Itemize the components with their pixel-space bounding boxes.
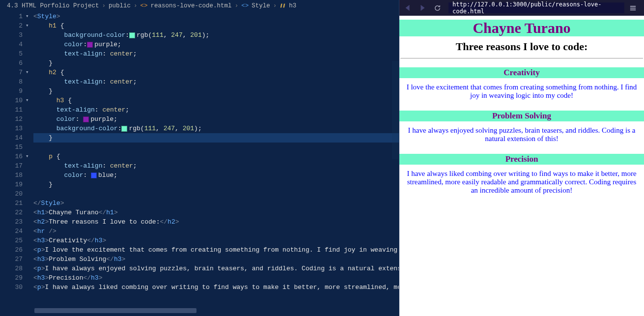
- url-bar[interactable]: http://127.0.0.1:3000/public/reasons-lov…: [448, 2, 624, 13]
- url-text: http://127.0.0.1:3000/public/reasons-lov…: [452, 1, 620, 15]
- chevron-right-icon: ›: [235, 2, 239, 9]
- scrollbar-thumb[interactable]: [34, 308, 196, 313]
- chevron-right-icon: ›: [102, 2, 106, 9]
- rendered-page: Chayne Turano Three reasons I love to co…: [399, 16, 644, 316]
- section-heading: Precision: [399, 154, 644, 165]
- chevron-right-icon: ›: [134, 2, 138, 9]
- horizontal-scrollbar[interactable]: [34, 308, 392, 313]
- code-content[interactable]: <Style> h1 { background-color: rgb(111, …: [33, 12, 399, 316]
- editor-pane: 4.3 HTML Porfolio Project › public › <> …: [0, 0, 399, 316]
- breadcrumb-root[interactable]: 4.3 HTML Porfolio Project: [7, 2, 99, 9]
- section-icon: <>: [241, 2, 249, 9]
- symbol-icon: [280, 2, 286, 9]
- forward-button[interactable]: [419, 4, 429, 11]
- menu-icon[interactable]: [629, 4, 639, 12]
- breadcrumb-symbol[interactable]: h3: [289, 2, 296, 9]
- line-number-gutter: 1234567891011121314151617181920212223242…: [0, 12, 26, 316]
- divider: [400, 58, 643, 58]
- breadcrumbs: 4.3 HTML Porfolio Project › public › <> …: [0, 0, 399, 12]
- back-button[interactable]: [404, 4, 414, 11]
- section-heading: Creativity: [399, 67, 644, 78]
- code-area[interactable]: 1234567891011121314151617181920212223242…: [0, 12, 399, 316]
- reload-button[interactable]: [434, 4, 444, 12]
- breadcrumb-folder[interactable]: public: [109, 2, 131, 9]
- minimap[interactable]: [392, 61, 399, 159]
- breadcrumb-section[interactable]: Style: [252, 2, 270, 9]
- html-file-icon: <>: [140, 2, 148, 9]
- section-paragraph: I love the excitement that comes from cr…: [403, 83, 640, 100]
- preview-toolbar: http://127.0.0.1:3000/public/reasons-lov…: [399, 0, 644, 16]
- preview-pane: http://127.0.0.1:3000/public/reasons-lov…: [399, 0, 644, 316]
- section-paragraph: I have always liked combing over writing…: [403, 170, 640, 195]
- section-heading: Problem Solving: [399, 111, 644, 121]
- page-h1: Chayne Turano: [399, 20, 644, 36]
- fold-column[interactable]: ▾▾▾▾▾: [26, 12, 33, 316]
- section-paragraph: I have always enjoyed solving puzzles, b…: [403, 126, 640, 143]
- chevron-right-icon: ›: [273, 2, 277, 9]
- page-h2: Three reasons I love to code:: [399, 40, 644, 53]
- breadcrumb-file[interactable]: reasons-love-code.html: [151, 2, 232, 9]
